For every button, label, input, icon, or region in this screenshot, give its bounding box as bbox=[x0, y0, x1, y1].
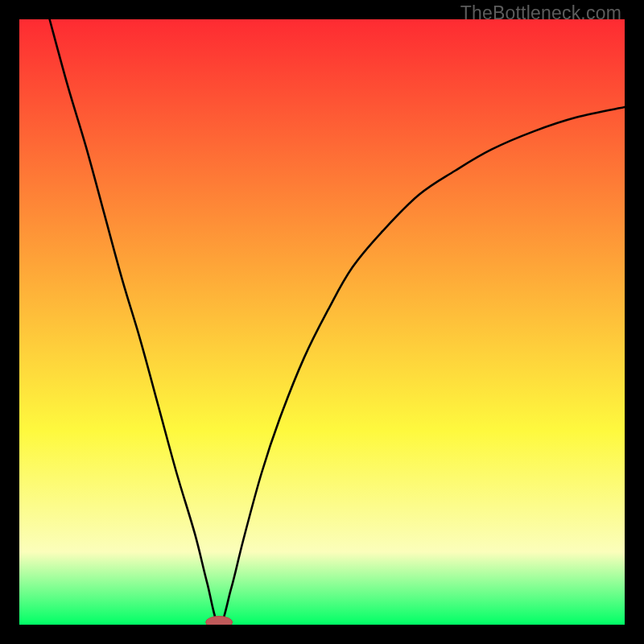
chart-frame bbox=[19, 19, 625, 625]
watermark-text: TheBottleneck.com bbox=[460, 2, 621, 24]
chart-canvas bbox=[19, 19, 625, 625]
